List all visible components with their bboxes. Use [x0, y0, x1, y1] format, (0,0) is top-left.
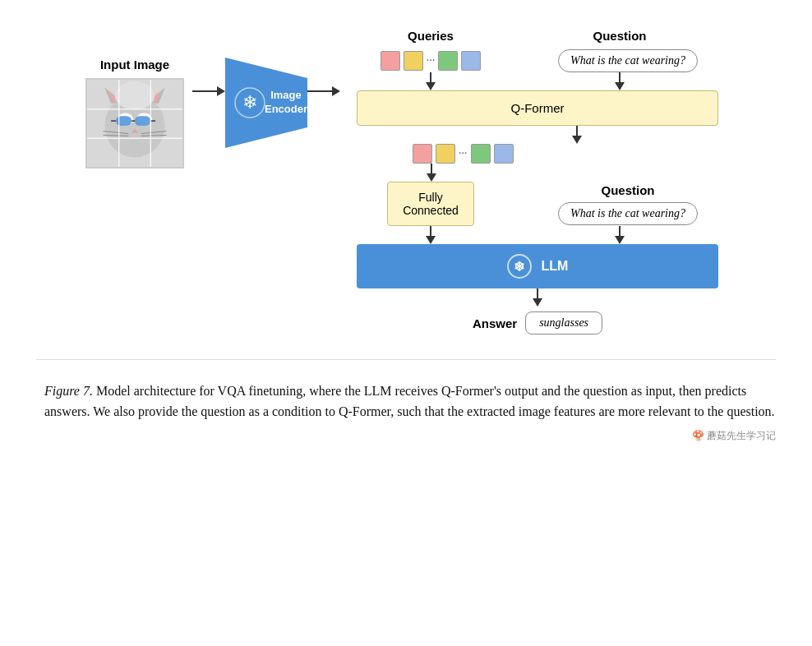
qformer-down-arrow — [348, 126, 727, 144]
figure-label: Figure 7. — [44, 384, 93, 398]
token-blue-mid — [494, 144, 514, 164]
question-header-mid: Question — [601, 183, 654, 197]
input-image-label: Input Image — [100, 58, 169, 72]
svg-rect-8 — [116, 116, 131, 126]
token-blue — [461, 51, 481, 71]
figure-caption: Figure 7. Model architecture for VQA fin… — [36, 381, 776, 422]
token-pink — [381, 51, 400, 71]
llm-down-arrow — [348, 288, 727, 307]
question-bubble-mid: What is the cat wearing? — [558, 202, 698, 225]
fc-box: Fully Connected — [387, 182, 474, 226]
top-tokens-row: ··· What is the cat wearing? — [348, 49, 727, 72]
token-pink-mid — [413, 144, 432, 164]
middle-tokens-row: ··· — [348, 144, 727, 164]
question2-down-arrow — [615, 226, 625, 244]
answer-bubble: sunglasses — [525, 311, 602, 335]
cat-image — [85, 78, 184, 168]
input-image-section: Input Image — [85, 58, 184, 168]
llm-snowflake-icon: ❄ — [507, 254, 532, 279]
image-to-encoder-arrow — [192, 86, 225, 96]
question-bubble-top: What is the cat wearing? — [558, 49, 698, 72]
encoder-section: ❄ Image Encoder — [225, 58, 307, 148]
tokens-down-arrow — [426, 72, 436, 90]
encoder-to-right-arrow — [307, 86, 340, 96]
fc-row: Fully Connected Question What is the cat… — [348, 182, 727, 226]
svg-point-18 — [115, 81, 155, 110]
question-header-top: Question — [529, 29, 710, 43]
llm-box: ❄ LLM — [357, 244, 718, 288]
token-yellow-mid — [436, 144, 455, 164]
to-fc-arrow — [348, 164, 727, 182]
llm-label: LLM — [542, 259, 569, 274]
question-down-arrow — [615, 72, 625, 90]
encoder-label: Image Encoder — [258, 89, 307, 117]
architecture-diagram: Input Image — [33, 25, 779, 335]
qformer-box: Q-Former — [357, 90, 718, 126]
token-yellow — [404, 51, 423, 71]
watermark: 🍄 蘑菇先生学习记 — [36, 429, 776, 443]
arrows-to-llm — [348, 226, 727, 244]
column-headers: Queries Question — [348, 29, 727, 43]
arrows-to-qformer — [348, 72, 727, 90]
caption-text: Model architecture for VQA finetuning, w… — [44, 384, 775, 418]
token-green — [438, 51, 458, 71]
encoder-shape: ❄ Image Encoder — [225, 58, 307, 148]
token-green-mid — [471, 144, 491, 164]
query-tokens-top: ··· — [381, 51, 482, 71]
svg-text:❄: ❄ — [242, 92, 257, 113]
qformer-section: Queries Question ··· What is the cat wea… — [348, 29, 727, 335]
answer-label: Answer — [473, 316, 517, 330]
fc-down-arrow — [426, 226, 436, 244]
queries-header: Queries — [348, 29, 513, 43]
answer-row: Answer sunglasses — [473, 311, 602, 335]
svg-rect-9 — [135, 116, 150, 126]
divider — [36, 359, 776, 360]
